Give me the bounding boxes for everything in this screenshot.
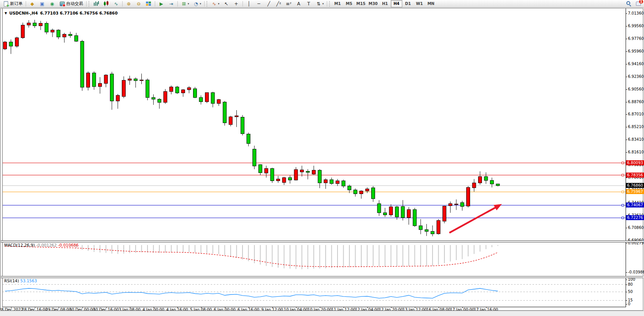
support-line-1-handle[interactable] [622,204,624,206]
candlestick-button[interactable] [102,0,111,8]
rsi-panel-canvas[interactable] [2,277,626,306]
candle [455,204,458,205]
price-level-chip: 6.80093 [626,160,644,165]
timeframe-m5[interactable]: M5 [343,0,355,7]
signals-button[interactable]: ◉ [48,0,57,8]
candle [484,176,488,180]
navigator-icon: ▣ [39,1,45,7]
candle [134,79,138,81]
line-chart-button[interactable]: ∿ [111,0,121,8]
axis-tick-label: 6.87010 [628,112,644,116]
timeframe-m1[interactable]: M1 [332,0,343,7]
navigator-button[interactable]: ▣ [38,0,47,8]
text-label-button[interactable]: T [304,0,313,8]
arrows-button[interactable]: ⇅▾ [314,0,326,8]
text-button[interactable]: A [294,0,303,8]
price-level-chip: 6.78356 [626,173,644,178]
fibonacci-button[interactable]: ≡F [284,0,293,8]
resistance-line-1-handle[interactable] [622,162,624,164]
timeframe-h1[interactable]: H1 [379,0,391,7]
chevron-down-icon[interactable]: ▾ [188,2,189,5]
panel-splitter-macd[interactable] [1,240,643,242]
axis-tick-label: 50 [628,290,633,294]
zoom-in-icon: ⊕ [126,1,132,7]
timeframe-h4[interactable]: H4 [391,0,402,7]
trend-arrow-head [494,204,502,211]
panel-splitter-rsi[interactable] [1,276,643,278]
candle [407,210,411,218]
candle [389,207,393,215]
support-line-2-handle[interactable] [622,217,624,219]
trendline-button[interactable]: ╱ [264,0,274,8]
timeframe-m15[interactable]: M15 [355,0,367,7]
candle [75,36,78,41]
axis-tick-label: 6.88760 [628,100,644,104]
candle [467,188,470,206]
channel-button[interactable]: ╱E [274,0,283,8]
new-chart-button[interactable]: ⊞▾ [179,0,191,8]
candle [312,170,316,174]
candle [175,87,179,93]
timeframe-mn[interactable]: MN [425,0,437,7]
timeframe-m30[interactable]: M30 [367,0,379,7]
axis-line [626,8,626,307]
auto-scroll-icon: ▶ [158,1,164,7]
market-watch-button[interactable]: ◆ [28,0,37,8]
new-order-button[interactable]: 新订单 [1,0,24,8]
text-icon: A [296,1,302,7]
chevron-down-icon[interactable]: ▾ [200,2,202,5]
line-chart-icon: ∿ [113,1,119,7]
timeframe-w1[interactable]: W1 [414,0,425,7]
candle [45,23,48,32]
candle [360,191,363,194]
candle [443,206,446,221]
bar-chart-button[interactable] [92,0,101,8]
vertical-line-button[interactable]: │ [244,0,254,8]
candle [80,41,84,87]
candle [460,202,464,206]
bar-chart-icon [93,1,99,7]
timeframe-d1[interactable]: D1 [402,0,414,7]
crosshair-button[interactable]: + [232,0,241,8]
axis-tick-label: 6.83410 [628,137,644,142]
horizontal-line-button[interactable]: ─ [254,0,264,8]
search-button[interactable] [624,0,633,8]
rsi-value: 53.1563 [20,278,37,283]
pivot-line-handle[interactable] [622,191,624,193]
chart-shift-button[interactable]: ⇥ [167,0,176,8]
trendline-icon: ╱ [266,1,272,7]
tile-windows-button[interactable] [144,0,153,8]
axis-tick-label: 80 [628,282,633,286]
autotrading-button-label: 自动交易 [66,1,83,7]
cursor-button[interactable]: ↖ [222,0,231,8]
channel-icon: ╱E [276,1,282,7]
price-chart-canvas[interactable] [2,8,626,240]
toolbar-separator [177,1,178,7]
price-level-chip: 6.76860 [626,183,644,188]
chevron-down-icon[interactable]: ▾ [218,2,220,5]
axis-tick-label: 6.97760 [628,36,644,41]
candle [259,165,262,173]
zoom-out-button[interactable]: ⊖ [134,0,143,8]
notification-badge: 1 [639,0,643,3]
autotrading-button[interactable]: 自动交易 [57,0,85,8]
zoom-in-button[interactable]: ⊕ [124,0,133,8]
periods-button[interactable]: ◔▾ [192,0,203,8]
plot-bottom-border [2,307,626,307]
toolbar-separator [243,1,243,7]
toolbar-separator [204,1,205,7]
auto-scroll-button[interactable]: ▶ [157,0,166,8]
indicators-button[interactable]: ∿▾ [210,0,221,8]
candle [158,99,161,102]
trend-arrow[interactable] [449,207,497,233]
plot-left-border [2,8,3,307]
notifications-button[interactable]: 1 [634,0,643,8]
rsi-line [5,288,498,298]
chevron-down-icon[interactable]: ▾ [323,2,324,5]
resistance-line-2-handle[interactable] [622,174,624,176]
candle [217,100,221,104]
macd-panel-canvas[interactable] [2,242,626,276]
new-order-icon [3,1,9,7]
candlestick-icon [103,1,109,7]
macd-main-value: -0.001262 [36,243,57,247]
